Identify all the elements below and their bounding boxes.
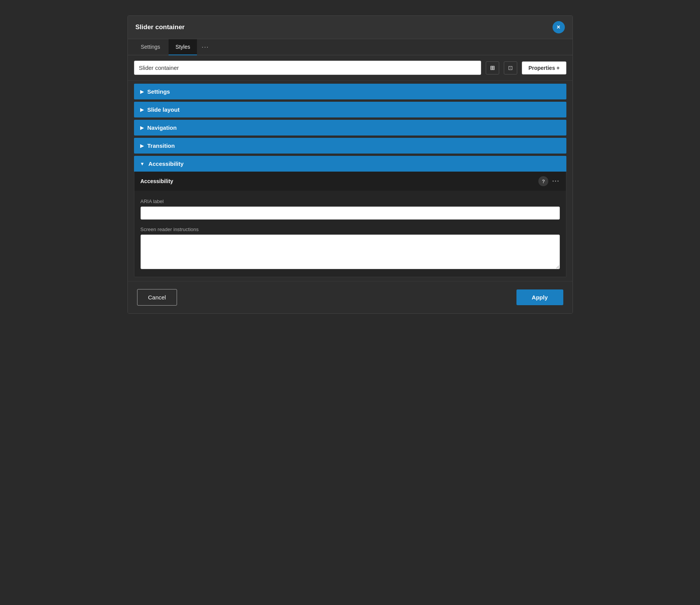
screen-reader-field-group: Screen reader instructions [141,226,560,269]
tab-settings[interactable]: Settings [134,39,167,55]
accessibility-subheader-icons: ? ··· [538,176,559,186]
slide-layout-section: ▶ Slide layout [134,102,566,117]
dialog-toolbar: ⊞ ⊡ Properties + [128,55,573,81]
apply-button[interactable]: Apply [516,289,563,305]
settings-section-header[interactable]: ▶ Settings [134,84,566,99]
transition-section-label: Transition [147,142,175,149]
slide-layout-chevron-icon: ▶ [140,107,144,112]
properties-button[interactable]: Properties + [522,61,566,74]
dialog-header: Slider container × [128,16,573,39]
settings-section: ▶ Settings [134,84,566,99]
accessibility-section-label: Accessibility [148,160,184,167]
collapse-icon: ⊡ [508,64,513,71]
aria-label-field-group: ARIA label [141,198,560,220]
transition-section: ▶ Transition [134,138,566,154]
accessibility-section-body: Accessibility ? ··· ARIA label [134,172,566,277]
accessibility-section: ▼ Accessibility Accessibility ? ··· [134,156,566,278]
component-name-input[interactable] [134,61,482,75]
dialog-title: Slider container [136,23,185,31]
accessibility-subheader: Accessibility ? ··· [134,172,566,191]
accessibility-chevron-icon: ▼ [140,161,145,167]
screen-reader-label: Screen reader instructions [141,226,560,232]
navigation-section-label: Navigation [147,124,177,131]
navigation-chevron-icon: ▶ [140,125,144,131]
slider-container-dialog: Slider container × Settings Styles ··· ⊞… [127,15,573,314]
aria-label-label: ARIA label [141,198,560,204]
settings-section-label: Settings [147,88,170,95]
collapse-icon-button[interactable]: ⊡ [504,61,517,74]
properties-label: Properties + [528,65,559,71]
accessibility-fields: ARIA label Screen reader instructions [134,191,566,277]
screen-reader-textarea[interactable] [141,235,560,269]
help-icon[interactable]: ? [538,176,548,186]
accessibility-section-header[interactable]: ▼ Accessibility [134,156,566,172]
slide-layout-section-label: Slide layout [147,106,180,113]
navigation-section: ▶ Navigation [134,120,566,136]
dialog-footer: Cancel Apply [128,281,573,313]
cancel-button[interactable]: Cancel [137,289,177,306]
slide-layout-section-header[interactable]: ▶ Slide layout [134,102,566,117]
close-button[interactable]: × [553,21,565,33]
settings-chevron-icon: ▶ [140,89,144,94]
dialog-tabs: Settings Styles ··· [128,39,573,55]
expand-icon-button[interactable]: ⊞ [486,61,499,74]
expand-icon: ⊞ [490,64,495,71]
transition-section-header[interactable]: ▶ Transition [134,138,566,154]
dialog-content: ▶ Settings ▶ Slide layout ▶ Navigation ▶… [128,81,573,281]
more-options-icon[interactable]: ··· [552,178,559,185]
transition-chevron-icon: ▶ [140,143,144,149]
tab-more[interactable]: ··· [199,40,212,55]
tab-styles[interactable]: Styles [169,39,197,55]
navigation-section-header[interactable]: ▶ Navigation [134,120,566,136]
aria-label-input[interactable] [141,207,560,220]
accessibility-subheader-label: Accessibility [141,178,174,184]
